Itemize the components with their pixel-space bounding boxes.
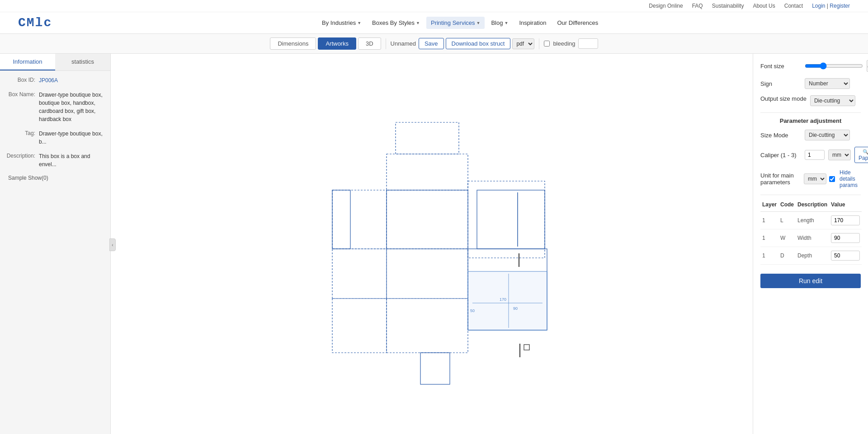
tab-3d[interactable]: 3D: [358, 37, 381, 50]
save-button[interactable]: Save: [419, 38, 444, 49]
download-button[interactable]: Download box struct: [446, 38, 511, 49]
dim-170-label: 170: [500, 297, 506, 302]
tab-dimensions[interactable]: Dimensions: [270, 37, 316, 50]
register-link[interactable]: Register: [830, 3, 850, 9]
box-diagram: 170 90 50: [292, 100, 572, 390]
separator: [386, 38, 386, 49]
nav-our-differences[interactable]: Our Differences: [552, 17, 603, 29]
caliper-input[interactable]: [805, 150, 825, 160]
value-input[interactable]: [831, 215, 860, 225]
faq-link[interactable]: FAQ: [692, 3, 703, 9]
cell-layer: 1: [760, 247, 778, 265]
header-main: CMlc By Industries ▼ Boxes By Styles ▼ P…: [0, 12, 868, 33]
separator2: [539, 38, 539, 49]
caliper-row: Caliper (1 - 3) mm in 🔍 Paper: [760, 147, 861, 163]
box-svg: 170 90 50: [292, 100, 572, 389]
divider1: [760, 112, 861, 113]
sidebar-collapse-button[interactable]: ‹: [109, 238, 116, 251]
output-size-select[interactable]: Die-cutting Finished Bleed: [810, 95, 855, 106]
sample-show[interactable]: Sample Show(0): [6, 175, 104, 181]
description-value: This box is a box and envel...: [39, 152, 104, 168]
box-name-row: Box Name: Drawer-type boutique box, bout…: [6, 91, 104, 123]
table-row: 1 L Length: [760, 212, 862, 229]
main-layout: Information statistics Box ID: JP006A Bo…: [0, 54, 868, 434]
font-size-label: Font size: [760, 63, 801, 70]
bleeding-input[interactable]: 3: [578, 38, 598, 49]
bleeding-checkbox[interactable]: [544, 41, 550, 47]
dim-50-label: 50: [470, 308, 475, 313]
font-size-row: Font size ⤢: [760, 60, 861, 72]
chevron-down-icon: ▼: [357, 21, 361, 25]
design-online-link[interactable]: Design Online: [649, 3, 683, 9]
box-id-label: Box ID:: [6, 77, 39, 83]
unit-select[interactable]: mm in cm: [804, 173, 826, 184]
nav-by-industries[interactable]: By Industries ▼: [317, 17, 366, 29]
tag-label: Tag:: [6, 130, 39, 136]
output-size-label: Output size mode: [760, 95, 807, 102]
svg-rect-3: [332, 190, 387, 249]
paper-button[interactable]: 🔍 Paper: [854, 147, 868, 163]
nav-printing-services[interactable]: Printing Services ▼: [426, 17, 485, 29]
font-size-slider[interactable]: [805, 62, 863, 70]
value-input[interactable]: [831, 233, 860, 243]
param-section-title: Parameter adjustment: [760, 117, 861, 124]
caliper-unit-select[interactable]: mm in: [828, 149, 851, 160]
svg-rect-6: [477, 190, 545, 249]
login-link[interactable]: Login: [812, 3, 825, 9]
box-name-label: Box Name:: [6, 91, 39, 98]
svg-rect-11: [468, 271, 547, 330]
cell-description: Length: [796, 212, 829, 229]
table-row: 1 W Width: [760, 229, 862, 247]
nav-blog[interactable]: Blog ▼: [486, 17, 513, 29]
logo[interactable]: CMlc: [18, 16, 52, 30]
cell-value: [829, 212, 862, 229]
bleeding-label: bleeding: [553, 40, 575, 47]
chevron-down-icon: ▼: [504, 21, 508, 25]
hide-details-checkbox[interactable]: [829, 176, 835, 182]
cell-description: Depth: [796, 247, 829, 265]
tab-information[interactable]: Information: [0, 54, 55, 70]
params-table: Layer Code Description Value 1 L Length …: [760, 200, 862, 265]
search-icon: 🔍: [863, 149, 868, 154]
auth-links: Login | Register: [812, 3, 850, 9]
sign-label: Sign: [760, 80, 801, 87]
caliper-label: Caliper (1 - 3): [760, 152, 801, 159]
description-row: Description: This box is a box and envel…: [6, 152, 104, 168]
svg-rect-15: [420, 353, 450, 384]
value-input[interactable]: [831, 251, 860, 261]
svg-rect-5: [468, 181, 545, 258]
svg-rect-14: [387, 299, 468, 353]
size-mode-select[interactable]: Die-cutting Finished: [805, 130, 850, 140]
svg-rect-8: [387, 249, 468, 299]
format-select[interactable]: pdf svg dxf: [512, 38, 534, 49]
size-mode-label: Size Mode: [760, 132, 801, 139]
run-edit-button[interactable]: Run edit: [760, 274, 861, 288]
svg-rect-19: [524, 345, 529, 350]
nav-boxes-by-styles[interactable]: Boxes By Styles ▼: [368, 17, 425, 29]
header: Design Online FAQ Sustainability About U…: [0, 0, 868, 34]
sign-select[interactable]: Number Letter None: [805, 78, 850, 89]
box-id-value: JP006A: [39, 76, 104, 84]
tag-value: Drawer-type boutique box, b...: [39, 130, 104, 146]
tab-statistics[interactable]: statistics: [55, 54, 110, 70]
about-us-link[interactable]: About Us: [753, 3, 775, 9]
divider2: [760, 195, 861, 195]
file-name-label: Unnamed: [391, 40, 416, 47]
cell-code: L: [778, 212, 796, 229]
cell-description: Width: [796, 229, 829, 247]
contact-link[interactable]: Contact: [784, 3, 803, 9]
sign-row: Sign Number Letter None: [760, 78, 861, 89]
chevron-down-icon: ▼: [416, 21, 420, 25]
sustainability-link[interactable]: Sustainability: [712, 3, 744, 9]
nav-inspiration[interactable]: Inspiration: [514, 17, 551, 29]
svg-rect-16: [332, 299, 387, 353]
col-value: Value: [829, 200, 862, 212]
unit-label: Unit for main parameters: [760, 172, 801, 186]
sidebar: Information statistics Box ID: JP006A Bo…: [0, 54, 111, 434]
main-nav: By Industries ▼ Boxes By Styles ▼ Printi…: [70, 17, 850, 29]
output-size-row: Output size mode Die-cutting Finished Bl…: [760, 95, 861, 106]
cell-layer: 1: [760, 229, 778, 247]
tab-artworks[interactable]: Artworks: [318, 37, 356, 50]
unit-row: Unit for main parameters mm in cm Hide d…: [760, 169, 861, 188]
size-mode-row: Size Mode Die-cutting Finished: [760, 130, 861, 140]
